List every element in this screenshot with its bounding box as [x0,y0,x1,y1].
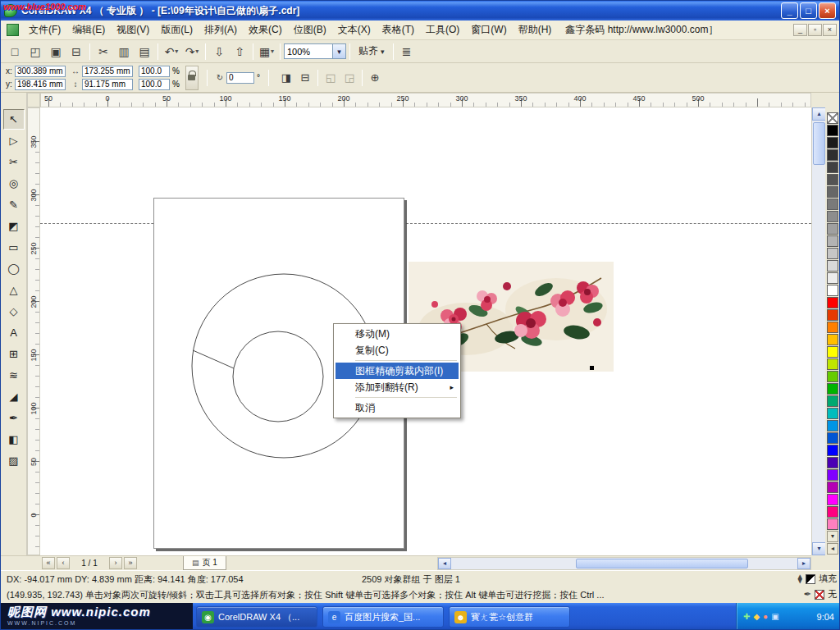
next-page-button[interactable]: › [109,557,122,569]
text-tool-button[interactable]: A [3,322,25,343]
context-menu-item-powerclip-inside[interactable]: 图框精确剪裁内部(I) [336,363,459,379]
color-swatch[interactable] [827,408,838,419]
basic-shapes-tool-button[interactable]: ◇ [3,301,25,322]
color-swatch[interactable] [827,199,838,210]
last-page-button[interactable]: » [124,557,137,569]
tray-volume-icon[interactable]: ● [763,613,768,621]
rectangle-tool-button[interactable]: ▭ [3,237,25,258]
horizontal-scroll-thumb[interactable] [576,559,748,568]
color-swatch[interactable] [827,248,838,259]
context-menu-item-add-to-rollover[interactable]: 添加到翻转(R)▸ [336,379,459,395]
page-tab[interactable]: ▤ 页 1 [183,556,226,570]
palette-scroll-down-button[interactable]: ▾ [827,531,838,542]
menu-item-window[interactable]: 窗口(W) [465,20,512,40]
context-menu-item-cancel[interactable]: 取消 [336,399,459,416]
save-document-button[interactable]: ▣ [46,42,66,62]
color-swatch[interactable] [827,432,838,444]
shape-tool-button[interactable]: ▷ [3,130,25,151]
color-swatch[interactable] [827,297,838,308]
new-document-button[interactable]: □ [5,42,25,62]
pick-tool-button[interactable]: ↖ [3,109,25,130]
color-swatch[interactable] [827,223,838,235]
menu-item-edit[interactable]: 编辑(E) [66,20,111,40]
menu-item-bitmaps[interactable]: 位图(B) [288,20,332,40]
color-swatch[interactable] [827,334,838,345]
vertical-scrollbar[interactable]: ▴ ▾ [811,107,825,555]
color-swatch[interactable] [827,260,838,272]
menu-item-file[interactable]: 文件(F) [23,20,66,40]
horizontal-scrollbar[interactable]: ◂ ▸ [437,557,811,570]
previous-page-button[interactable]: ‹ [57,557,70,569]
color-swatch[interactable] [827,174,838,185]
interactive-fill-tool-button[interactable]: ▨ [3,450,25,471]
color-swatch[interactable] [827,322,838,333]
color-swatch[interactable] [827,518,838,530]
horizontal-ruler[interactable]: 50050100150200250300350400450500 [40,93,811,107]
freehand-tool-button[interactable]: ✎ [3,194,25,215]
color-swatch[interactable] [827,482,838,493]
eyedropper-tool-button[interactable]: ◢ [3,386,25,407]
color-swatch[interactable] [827,235,838,247]
doc-close-button[interactable]: × [823,24,837,36]
menu-item-tools[interactable]: 工具(O) [420,20,465,40]
object-height-input[interactable] [82,79,133,90]
palette-flyout-button[interactable]: ◂ [827,543,838,555]
tray-messenger-icon[interactable]: ◆ [753,613,760,621]
mirror-vertical-button[interactable]: ⊟ [296,69,314,87]
ruler-origin-corner[interactable] [27,93,40,107]
menu-item-table[interactable]: 表格(T) [377,20,420,40]
first-page-button[interactable]: « [42,557,55,569]
undo-button[interactable]: ↶▾ [162,42,181,62]
copy-button[interactable]: ▥ [114,42,134,62]
fill-tool-button[interactable]: ◧ [3,429,25,450]
scroll-up-button[interactable]: ▴ [812,107,826,121]
crop-tool-button[interactable]: ✂ [3,152,25,172]
cut-button[interactable]: ✂ [94,42,113,62]
export-button[interactable]: ⇧ [230,42,249,62]
maximize-button[interactable]: □ [800,2,817,19]
color-swatch[interactable] [827,309,838,321]
color-swatch[interactable] [827,383,838,395]
drawing-canvas[interactable]: 移动(M)复制(C)图框精确剪裁内部(I)添加到翻转(R)▸取消 [40,107,811,555]
convert-to-curves-button[interactable]: ⊕ [366,69,384,87]
color-swatch[interactable] [827,371,838,382]
scale-x-input[interactable] [139,66,170,77]
object-width-input[interactable] [82,66,133,77]
doc-restore-button[interactable]: ▫ [808,24,822,36]
scroll-down-button[interactable]: ▾ [812,542,826,555]
zoom-level-combo[interactable]: ▾ [284,43,346,59]
color-swatch[interactable] [827,125,838,136]
color-swatch[interactable] [827,445,838,456]
paste-button[interactable]: ▤ [135,42,154,62]
taskbar-task-coreldraw[interactable]: ◉CorelDRAW X4 （... [196,606,317,628]
color-swatch[interactable] [827,346,838,358]
doc-minimize-button[interactable]: _ [793,24,807,36]
menu-item-layout[interactable]: 版面(L) [155,20,199,40]
print-document-button[interactable]: ⊟ [66,42,86,62]
color-swatch[interactable] [827,272,838,284]
lock-ratio-button[interactable] [185,66,199,90]
menu-item-help[interactable]: 帮助(H) [513,20,558,40]
minimize-button[interactable]: _ [781,2,798,19]
taskbar-task-qq-group[interactable]: ☻寳ㄤ瓽☆创意群 [449,606,570,628]
scroll-right-button[interactable]: ▸ [797,558,810,569]
zoom-dropdown-arrow-icon[interactable]: ▾ [333,43,346,59]
menu-item-arrange[interactable]: 排列(A) [199,20,243,40]
snap-to-dropdown[interactable]: 贴齐▾ [354,42,390,61]
mirror-horizontal-button[interactable]: ◨ [277,69,295,87]
vertical-scroll-thumb[interactable] [813,122,825,165]
color-swatch[interactable] [827,469,838,481]
tray-antivirus-icon[interactable]: ✚ [743,613,750,621]
color-swatch[interactable] [827,506,838,518]
color-swatch[interactable] [827,162,838,173]
context-menu-item-copy[interactable]: 复制(C) [336,342,459,358]
y-position-input[interactable] [15,79,66,90]
redo-button[interactable]: ↷▾ [182,42,202,62]
color-swatch[interactable] [827,494,838,505]
ellipse-tool-button[interactable]: ◯ [3,258,25,279]
rotation-angle-input[interactable] [226,72,254,84]
scale-y-input[interactable] [139,79,170,90]
blend-tool-button[interactable]: ≋ [3,365,25,386]
color-swatch[interactable] [827,395,838,407]
taskbar-task-baidu-image-search[interactable]: e百度图片搜索_国... [322,606,444,628]
